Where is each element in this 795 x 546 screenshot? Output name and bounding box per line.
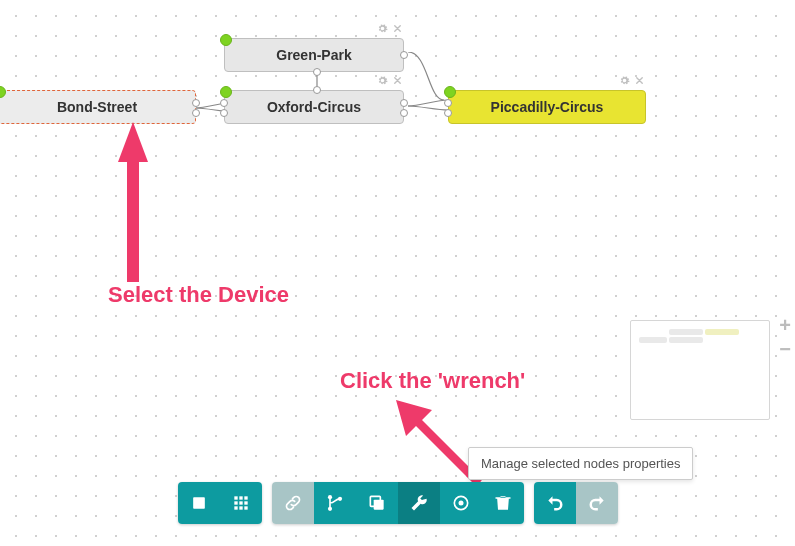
toolbar-group-history	[534, 482, 618, 524]
svg-rect-3	[244, 496, 247, 499]
status-dot	[444, 86, 456, 98]
canvas[interactable]: Green-Park Bond-Street Oxford-Circus Pic…	[0, 0, 795, 546]
node-label: Oxford-Circus	[267, 99, 361, 115]
stop-icon	[189, 493, 209, 513]
zoom-in-button[interactable]: +	[779, 316, 791, 334]
undo-button[interactable]	[534, 482, 576, 524]
port-out[interactable]	[400, 51, 408, 59]
svg-rect-4	[234, 501, 237, 504]
port-out[interactable]	[400, 99, 408, 107]
minimap[interactable]	[630, 320, 770, 420]
svg-point-11	[327, 507, 331, 511]
tooltip-wrench: Manage selected nodes properties	[468, 447, 693, 480]
target-button[interactable]	[440, 482, 482, 524]
gear-icon[interactable]	[377, 75, 388, 86]
svg-rect-13	[373, 500, 383, 510]
status-dot	[220, 86, 232, 98]
node-green-park[interactable]: Green-Park	[224, 38, 404, 72]
copy-button[interactable]	[356, 482, 398, 524]
node-piccadilly-circus[interactable]: Piccadilly-Circus	[448, 90, 646, 124]
zoom-out-button[interactable]: −	[779, 340, 791, 358]
annotation-arrow-select	[108, 122, 158, 282]
redo-button[interactable]	[576, 482, 618, 524]
copy-icon	[367, 493, 387, 513]
svg-rect-5	[239, 501, 242, 504]
trash-icon	[493, 493, 513, 513]
status-dot	[0, 86, 6, 98]
node-label: Bond-Street	[57, 99, 137, 115]
trash-button[interactable]	[482, 482, 524, 524]
port-in[interactable]	[220, 109, 228, 117]
toolbar-group-edit	[272, 482, 524, 524]
port-out[interactable]	[313, 68, 321, 76]
port-out[interactable]	[192, 99, 200, 107]
grid-icon	[231, 493, 251, 513]
port-in[interactable]	[220, 99, 228, 107]
node-label: Piccadilly-Circus	[491, 99, 604, 115]
zoom-controls: + −	[779, 316, 791, 358]
svg-rect-7	[234, 506, 237, 509]
svg-rect-0	[193, 497, 205, 509]
svg-rect-6	[244, 501, 247, 504]
toolbar-group-layout	[178, 482, 262, 524]
wrench-button[interactable]	[398, 482, 440, 524]
link-icon	[283, 493, 303, 513]
port-in[interactable]	[313, 86, 321, 94]
svg-rect-2	[239, 496, 242, 499]
wrench-icon	[409, 493, 429, 513]
svg-rect-1	[234, 496, 237, 499]
annotation-select-device: Select the Device	[108, 282, 289, 308]
node-actions	[619, 75, 645, 86]
gear-icon[interactable]	[619, 75, 630, 86]
grid-button[interactable]	[220, 482, 262, 524]
target-icon	[451, 493, 471, 513]
close-icon[interactable]	[392, 23, 403, 34]
stop-button[interactable]	[178, 482, 220, 524]
redo-icon	[587, 493, 607, 513]
port-in[interactable]	[444, 109, 452, 117]
close-icon[interactable]	[634, 75, 645, 86]
node-bond-street[interactable]: Bond-Street	[0, 90, 196, 124]
node-oxford-circus[interactable]: Oxford-Circus	[224, 90, 404, 124]
toolbar	[178, 482, 618, 524]
svg-point-10	[327, 495, 331, 499]
link-button[interactable]	[272, 482, 314, 524]
port-out[interactable]	[400, 109, 408, 117]
undo-icon	[545, 493, 565, 513]
port-out[interactable]	[192, 109, 200, 117]
node-label: Green-Park	[276, 47, 351, 63]
gear-icon[interactable]	[377, 23, 388, 34]
annotation-click-wrench: Click the 'wrench'	[340, 368, 525, 394]
branch-icon	[325, 493, 345, 513]
node-actions	[377, 23, 403, 34]
port-in[interactable]	[444, 99, 452, 107]
status-dot	[220, 34, 232, 46]
branch-button[interactable]	[314, 482, 356, 524]
svg-rect-9	[244, 506, 247, 509]
node-actions	[377, 75, 403, 86]
svg-point-16	[458, 501, 463, 506]
svg-rect-8	[239, 506, 242, 509]
close-icon[interactable]	[392, 75, 403, 86]
